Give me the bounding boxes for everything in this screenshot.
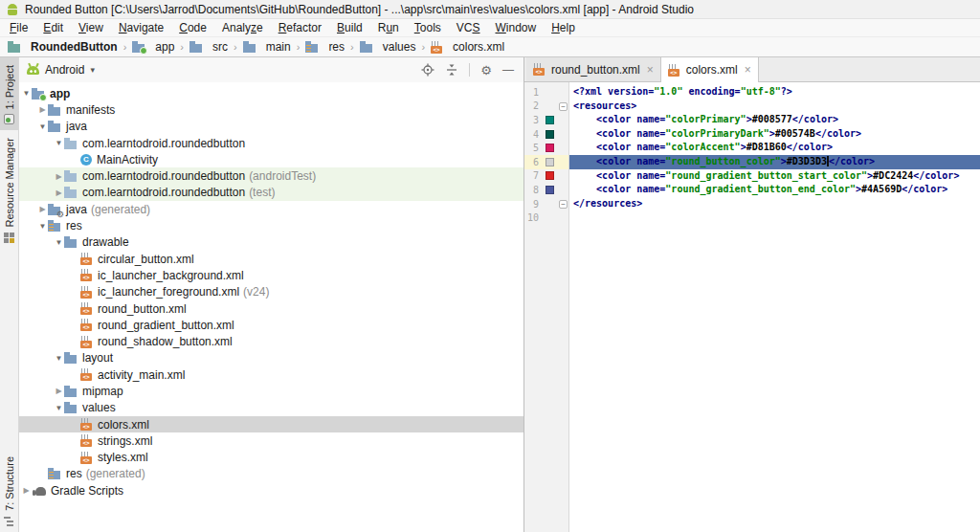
code-line-10[interactable] [573,211,980,225]
tree-toggle-icon[interactable]: ▶ [54,188,64,197]
fold-marker-icon[interactable]: − [559,200,568,209]
tree-toggle-icon[interactable]: ▶ [54,387,64,395]
tree-row-circular-button-xml[interactable]: circular_button.xml [19,251,523,267]
code-area[interactable]: <?xml version="1.0" encoding="utf-8"?><r… [569,82,980,532]
tree-toggle-icon[interactable]: ▶ [21,486,32,495]
project-view-selector[interactable]: Android [45,63,84,77]
tree-toggle-icon[interactable]: ▶ [54,172,64,181]
menu-item-run[interactable]: Run [370,21,407,34]
editor-tab-colors-xml[interactable]: colors.xml× [661,57,759,82]
tree-row-manifests[interactable]: ▶manifests [19,101,523,118]
code-line-2[interactable]: <resources> [573,100,980,114]
menu-item-refactor[interactable]: Refactor [271,21,329,34]
code-line-8[interactable]: <color name="round_gradient_button_end_c… [573,183,980,197]
stripe-bottom-group: 7: Structure [0,449,18,532]
breadcrumb-item-roundedbutton[interactable]: RoundedButton [8,40,118,54]
color-swatch[interactable] [546,130,554,139]
tree-row-mipmap[interactable]: ▶mipmap [19,383,523,399]
color-swatch[interactable] [546,158,554,166]
tree-row-round-button-xml[interactable]: round_button.xml [19,300,523,317]
tree-row-app[interactable]: ▼app [19,85,523,101]
breadcrumb-item-src[interactable]: src [189,40,228,54]
tree-row-strings-xml[interactable]: strings.xml [19,432,523,449]
menu-item-help[interactable]: Help [544,21,583,34]
settings-gear-icon[interactable]: ⚙ [480,64,492,77]
editor-tab-label: colors.xml [686,63,738,77]
code-line-1[interactable]: <?xml version="1.0" encoding="utf-8"?> [573,85,980,100]
tree-toggle-icon[interactable]: ▼ [54,238,64,247]
tree-toggle-icon[interactable]: ▼ [37,222,48,231]
project-tool-window: Android ▾ ⚙ — [19,57,524,532]
tree-toggle-icon[interactable]: ▼ [54,354,64,363]
locate-icon[interactable] [421,63,434,77]
menu-item-analyze[interactable]: Analyze [214,21,271,34]
tree-toggle-icon[interactable]: ▼ [54,404,64,412]
code-line-7[interactable]: <color name="round_gradient_button_start… [573,169,980,184]
tree-toggle-icon[interactable]: ▼ [37,122,48,131]
close-icon[interactable]: × [745,64,751,76]
editor-tab-round-button-xml[interactable]: round_button.xml× [526,57,661,81]
breadcrumb-item-main[interactable]: main [243,40,291,54]
menu-item-window[interactable]: Window [487,21,544,34]
tree-toggle-icon[interactable]: ▼ [21,89,32,98]
menu-item-navigate[interactable]: Navigate [111,21,171,34]
tree-row-ic-launcher-foreground-xml-v24[interactable]: ic_launcher_foreground.xml(v24) [19,284,523,300]
tree-row-com-learntodroid-roundedbutton-test[interactable]: ▶com.learntodroid.roundedbutton(test) [19,185,523,201]
menu-item-tools[interactable]: Tools [407,21,449,34]
menu-mnemonic: z [251,21,256,34]
color-swatch[interactable] [546,171,554,180]
menu-item-file[interactable]: File [2,21,35,34]
code-line-3[interactable]: <color name="colorPrimary">#008577</colo… [573,113,980,127]
tree-row-res[interactable]: ▼res [19,217,523,233]
code-line-6[interactable]: <color name="round_button_color">#D3D3D3… [569,155,980,169]
collapse-all-icon[interactable] [445,63,458,77]
tree-row-colors-xml[interactable]: colors.xml [19,416,523,432]
close-icon[interactable]: × [647,64,654,76]
breadcrumb-item-colors-xml[interactable]: colors.xml [431,40,504,54]
tree-row-activity-main-xml[interactable]: activity_main.xml [19,366,523,383]
breadcrumb-item-res[interactable]: res [305,40,345,54]
stripe-tab-label: 7: Structure [4,456,15,511]
breadcrumb-item-values[interactable]: values [360,40,416,54]
tree-toggle-icon[interactable]: ▼ [54,139,64,147]
tree-row-com-learntodroid-roundedbutton[interactable]: ▼com.learntodroid.roundedbutton [19,135,523,151]
color-swatch[interactable] [546,186,554,194]
color-swatch[interactable] [546,116,554,124]
stripe-tab-7-structure[interactable]: 7: Structure [0,449,18,532]
code-line-5[interactable]: <color name="colorAccent">#D81B60</color… [573,141,980,155]
menu-item-vcs[interactable]: VCS [449,21,488,34]
tree-row-values[interactable]: ▼values [19,400,523,416]
chevron-down-icon[interactable]: ▾ [90,65,95,75]
menu-item-edit[interactable]: Edit [35,21,71,34]
tree-row-java[interactable]: ▼java [19,119,523,135]
tree-item-label: manifests [66,103,115,117]
tree-row-com-learntodroid-roundedbutton-androidtest[interactable]: ▶com.learntodroid.roundedbutton(androidT… [19,167,523,184]
menu-item-build[interactable]: Build [329,21,370,34]
hide-panel-icon[interactable]: — [502,64,514,77]
tree-row-ic-launcher-background-xml[interactable]: ic_launcher_background.xml [19,267,523,283]
package-icon [64,170,78,182]
stripe-tab-resource-manager[interactable]: Resource Manager [0,130,18,249]
menu-item-view[interactable]: View [71,21,111,34]
breadcrumb-label: values [383,40,416,54]
tree-toggle-icon[interactable]: ▶ [37,205,48,213]
code-segment: "colorPrimaryDark" [665,128,768,139]
tree-row-round-shadow-button-xml[interactable]: round_shadow_button.xml [19,333,523,349]
stripe-tab-1-project[interactable]: 1: Project [0,57,18,130]
tree-row-drawable[interactable]: ▼drawable [19,234,523,251]
tree-row-layout[interactable]: ▼layout [19,350,523,366]
tree-row-gradle-scripts[interactable]: ▶Gradle Scripts [19,482,523,499]
menu-item-code[interactable]: Code [171,21,214,34]
color-swatch[interactable] [546,144,554,152]
line-number: 5 [524,143,539,153]
tree-row-java-generated[interactable]: ▶java(generated) [19,201,523,217]
tree-row-mainactivity[interactable]: MainActivity [19,151,523,167]
breadcrumb-item-app[interactable]: app [132,40,174,54]
fold-marker-icon[interactable]: − [559,102,568,111]
code-line-4[interactable]: <color name="colorPrimaryDark">#00574B</… [573,127,980,142]
code-line-9[interactable]: </resources> [573,197,980,211]
tree-row-round-gradient-button-xml[interactable]: round_gradient_button.xml [19,317,523,333]
tree-toggle-icon[interactable]: ▶ [37,105,48,114]
tree-row-res-generated[interactable]: res(generated) [19,466,523,482]
tree-row-styles-xml[interactable]: styles.xml [19,450,523,466]
